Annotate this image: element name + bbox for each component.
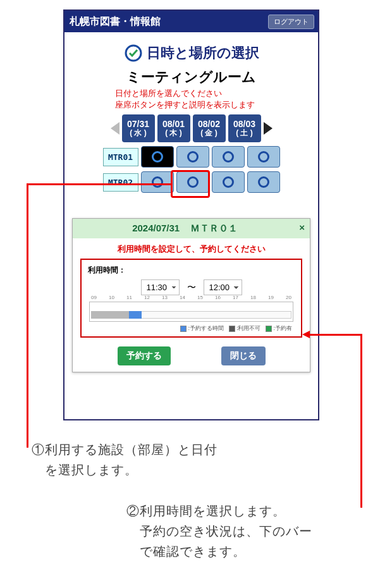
panel-room: ＭＴＲ０１ <box>190 223 238 233</box>
circle-icon <box>223 151 234 162</box>
panel-close-x[interactable]: × <box>299 223 305 232</box>
room-label-1[interactable]: MTR02 <box>103 173 138 192</box>
phone-frame: 札幌市図書・情報館 ログアウト 日時と場所の選択 ミーティングルーム 日付と場所… <box>63 9 319 420</box>
annotation-line-1h <box>27 183 171 185</box>
date-cell-1[interactable]: 08/01 ( 木 ) <box>157 114 190 142</box>
slot-mtr01-0731[interactable] <box>141 146 174 168</box>
slot-mtr02-0802[interactable] <box>212 171 245 193</box>
annotation-arrow-2 <box>302 331 310 338</box>
reserve-button[interactable]: 予約する <box>118 346 171 365</box>
page-heading: 日時と場所の選択 <box>64 44 318 63</box>
time-box: 利用時間： 11:30 〜 12:00 09101112131415161718… <box>80 259 302 338</box>
circle-icon <box>258 176 269 188</box>
panel-header: 2024/07/31 ＭＴＲ０１ × <box>73 219 310 238</box>
date-dow: ( 水 ) <box>122 129 155 137</box>
slot-mtr02-0801[interactable] <box>176 171 209 193</box>
timeline-unavailable <box>91 311 129 319</box>
room-label-0[interactable]: MTR01 <box>103 148 138 166</box>
logout-button[interactable]: ログアウト <box>268 15 314 29</box>
date-dow: ( 木 ) <box>157 129 190 137</box>
date-text: 08/01 <box>157 119 190 129</box>
start-time-select[interactable]: 11:30 <box>141 279 180 295</box>
calendar-check-icon <box>124 44 143 63</box>
caption-2: ②利用時間を選択します。 予約の空き状況は、下のバー で確認できます。 <box>126 501 392 561</box>
page-heading-text: 日時と場所の選択 <box>147 44 259 63</box>
availability-grid: MTR01 MTR02 <box>64 146 318 193</box>
slot-mtr02-0803[interactable] <box>247 171 280 193</box>
date-cell-0[interactable]: 07/31 ( 水 ) <box>122 114 155 142</box>
timeline-ticks: 091011121314151617181920 <box>90 295 293 300</box>
circle-icon <box>258 151 269 162</box>
annotation-line-2h <box>309 334 362 336</box>
time-selects: 11:30 〜 12:00 <box>88 279 295 295</box>
date-dow: ( 土 ) <box>228 129 261 137</box>
prev-dates-button[interactable] <box>111 122 119 135</box>
annotation-line-1v <box>27 183 28 448</box>
next-dates-button[interactable] <box>264 122 273 135</box>
time-select-panel: 2024/07/31 ＭＴＲ０１ × 利用時間を設定して、予約してください 利用… <box>72 218 310 372</box>
date-dow: ( 金 ) <box>193 129 226 137</box>
caption-1: ①利用する施設（部屋）と日付 を選択します。 <box>32 439 303 480</box>
panel-button-row: 予約する 閉じる <box>73 344 310 372</box>
close-button[interactable]: 閉じる <box>221 346 266 365</box>
app-title: 札幌市図書・情報館 <box>70 15 161 28</box>
timeline-selected <box>129 311 142 319</box>
date-text: 07/31 <box>122 119 155 129</box>
date-text: 08/02 <box>193 119 226 129</box>
slot-mtr01-0801[interactable] <box>176 146 209 168</box>
circle-icon <box>187 176 199 188</box>
circle-icon <box>187 151 199 162</box>
annotation-line-2v <box>360 334 362 508</box>
date-text: 08/03 <box>228 119 261 129</box>
panel-date: 2024/07/31 <box>132 223 180 233</box>
date-cell-3[interactable]: 08/03 ( 土 ) <box>228 114 261 142</box>
slot-mtr02-0731[interactable] <box>141 171 174 193</box>
circle-icon <box>223 176 234 188</box>
top-bar: 札幌市図書・情報館 ログアウト <box>64 11 318 32</box>
hint-line-2: 座席ボタンを押すと説明を表示します <box>115 99 318 111</box>
section-title: ミーティングルーム <box>64 68 318 87</box>
date-selector-row: 07/31 ( 水 ) 08/01 ( 木 ) 08/02 ( 金 ) 08/0… <box>64 114 318 142</box>
slot-mtr01-0802[interactable] <box>212 146 245 168</box>
panel-hint: 利用時間を設定して、予約してください <box>73 238 310 259</box>
date-cell-2[interactable]: 08/02 ( 金 ) <box>193 114 226 142</box>
hint-line-1: 日付と場所を選んでください <box>115 88 318 99</box>
slot-mtr01-0803[interactable] <box>247 146 280 168</box>
circle-icon <box>152 176 163 188</box>
circle-icon <box>152 151 163 162</box>
time-label: 利用時間： <box>88 265 295 276</box>
tilde: 〜 <box>187 282 196 293</box>
timeline-bar: 091011121314151617181920 <box>89 302 293 322</box>
timeline-legend: :予約する時間 :利用不可 :予約有 <box>88 324 295 333</box>
end-time-select[interactable]: 12:00 <box>204 279 242 295</box>
